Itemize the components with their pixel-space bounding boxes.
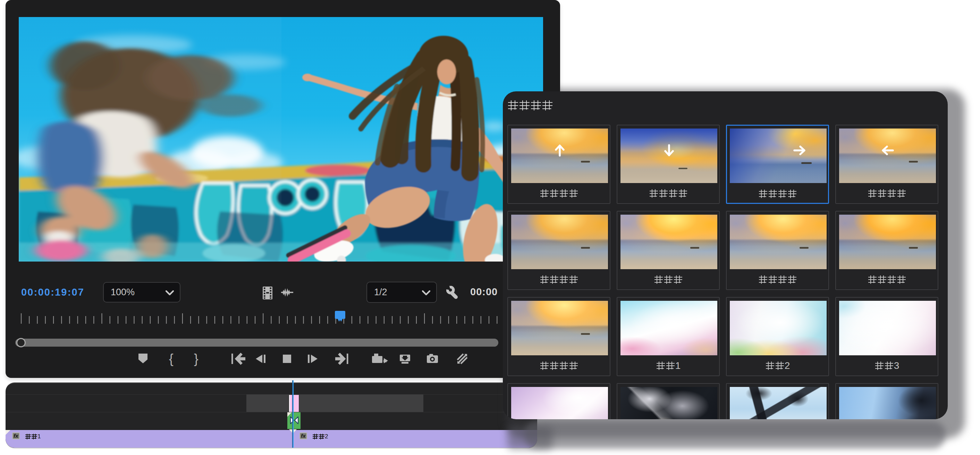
svg-text:}: }	[194, 351, 199, 366]
svg-text:{: {	[169, 351, 173, 366]
